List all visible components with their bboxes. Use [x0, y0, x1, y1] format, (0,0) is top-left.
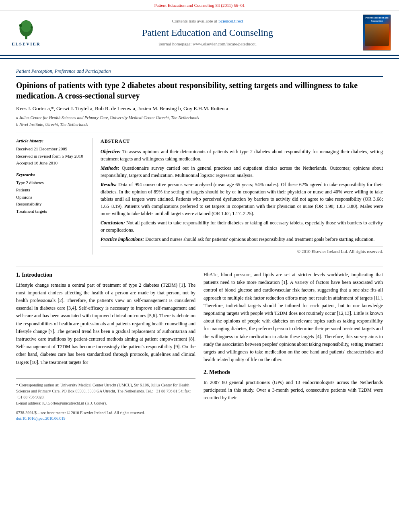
- footnote-email: E-mail address: KJ.Gorter@umcutrecht.nl …: [16, 400, 195, 406]
- article-info-column: Article history: Received 21 December 20…: [16, 138, 93, 255]
- issn: 0738-3991/$ – see front matter © 2010 El…: [16, 410, 145, 416]
- abstract-conclusion: Conclusion: Not all patients want to tak…: [101, 219, 383, 234]
- abstract-body: Objective: To assess opinions and their …: [101, 148, 383, 243]
- footnote-star: * Corresponding author at: University Me…: [16, 382, 195, 400]
- sciencedirect-link: Contents lists available at ScienceDirec…: [52, 18, 363, 24]
- svg-point-5: [24, 20, 28, 24]
- affiliations: a Julius Center for Health Sciences and …: [16, 115, 383, 128]
- svg-point-4: [31, 26, 33, 29]
- keyword-2: Patients: [16, 187, 86, 194]
- keyword-5: Treatment targets: [16, 208, 86, 215]
- article-history: Article history: Received 21 December 20…: [16, 138, 86, 167]
- article-container: Patient Perception, Preference and Parti…: [0, 62, 399, 267]
- keywords-content: Type 2 diabetes Patients Opinions Respon…: [16, 179, 86, 215]
- doi: doi:10.1016/j.pec.2010.06.019: [16, 416, 195, 421]
- elsevier-logo: ELSEVIER: [8, 18, 44, 47]
- abstract-results: Results: Data of 994 consecutive persons…: [101, 181, 383, 217]
- abstract-practice: Practice implications: Doctors and nurse…: [101, 236, 383, 243]
- abstract-column: ABSTRACT Objective: To assess opinions a…: [101, 138, 383, 255]
- accepted-date: Accepted 16 June 2010: [16, 160, 86, 167]
- journal-citation: Patient Education and Counseling 84 (201…: [0, 0, 399, 10]
- copyright: © 2010 Elsevier Ireland Ltd. All rights …: [101, 246, 383, 255]
- journal-cover-image: Patient Education and Counseling: [363, 14, 391, 51]
- section-label: Patient Perception, Preference and Parti…: [16, 68, 383, 77]
- keywords-title: Keywords:: [16, 172, 86, 178]
- main-content: 1. Introduction Lifestyle change remains…: [0, 271, 399, 421]
- journal-title: Patient Education and Counseling: [52, 26, 363, 40]
- keyword-4: Responsibility: [16, 201, 86, 208]
- intro-heading: 1. Introduction: [16, 271, 195, 279]
- abstract-title: ABSTRACT: [101, 138, 383, 145]
- affiliation-a: a Julius Center for Health Sciences and …: [16, 115, 383, 121]
- citation-text: Patient Education and Counseling 84 (201…: [154, 3, 245, 8]
- elsevier-wordmark: ELSEVIER: [12, 41, 41, 47]
- affiliation-b: b Nivel Institute, Utrecht, The Netherla…: [16, 121, 383, 128]
- intro-para-right: HbA1c, blood pressure, and lipids are se…: [204, 271, 383, 364]
- intro-para-1: Lifestyle change remains a central part …: [16, 281, 195, 366]
- intro-text: Lifestyle change remains a central part …: [16, 281, 195, 366]
- intro-continuation: HbA1c, blood pressure, and lipids are se…: [204, 271, 383, 364]
- methods-text: In 2007 80 general practitioners (GPs) a…: [204, 379, 383, 402]
- footnote-section: * Corresponding author at: University Me…: [16, 378, 195, 421]
- history-title: Article history:: [16, 138, 86, 144]
- methods-section: 2. Methods In 2007 80 general practition…: [204, 368, 383, 402]
- article-info-abstract: Article history: Received 21 December 20…: [16, 133, 383, 255]
- methods-para: In 2007 80 general practitioners (GPs) a…: [204, 379, 383, 402]
- abstract-objective: Objective: To assess opinions and their …: [101, 148, 383, 162]
- keyword-1: Type 2 diabetes: [16, 179, 86, 187]
- received-date: Received 21 December 2009: [16, 146, 86, 153]
- methods-heading: 2. Methods: [204, 368, 383, 376]
- revised-date: Received in revised form 5 May 2010: [16, 153, 86, 160]
- main-column-right: HbA1c, blood pressure, and lipids are se…: [204, 271, 383, 421]
- authors: Kees J. Gorter a,*, Gerwi J. Tuytel a, R…: [16, 105, 383, 112]
- article-title: Opinions of patients with type 2 diabete…: [16, 80, 383, 101]
- journal-header: ELSEVIER Contents lists available at Sci…: [0, 10, 399, 56]
- keywords-section: Keywords: Type 2 diabetes Patients Opini…: [16, 172, 86, 215]
- journal-center: Contents lists available at ScienceDirec…: [52, 18, 363, 47]
- svg-point-3: [19, 24, 22, 27]
- footer-ids: 0738-3991/$ – see front matter © 2010 El…: [16, 410, 195, 416]
- abstract-methods: Methods: Questionnaire survey carried ou…: [101, 164, 383, 179]
- main-column-left: 1. Introduction Lifestyle change remains…: [16, 271, 195, 421]
- keyword-3: Opinions: [16, 194, 86, 201]
- journal-homepage: journal homepage: www.elsevier.com/locat…: [52, 41, 363, 47]
- history-content: Received 21 December 2009 Received in re…: [16, 146, 86, 167]
